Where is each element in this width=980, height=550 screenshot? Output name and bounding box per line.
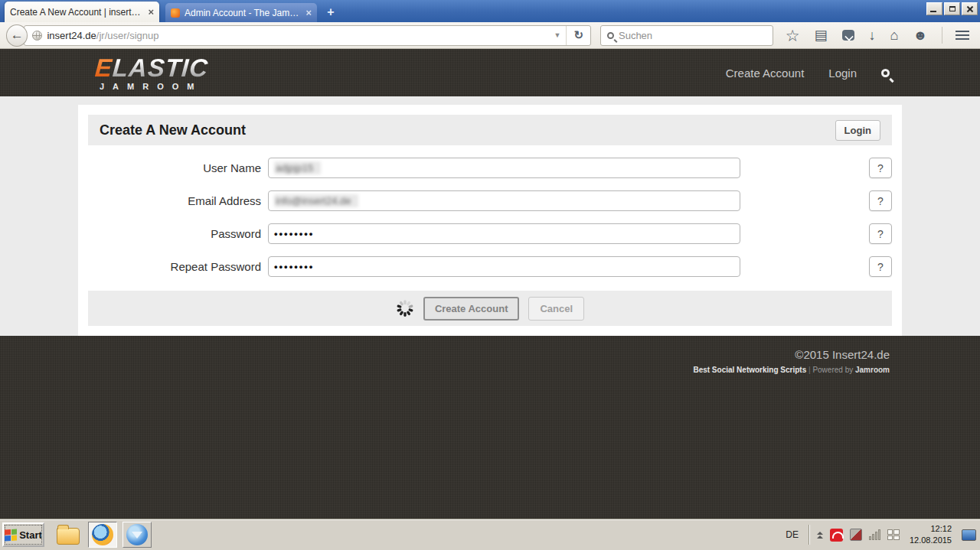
thunderbird-icon: [126, 524, 148, 545]
footer-tagline: Best Social Networking Scripts | Powered…: [0, 366, 890, 374]
get-windows10-icon[interactable]: [887, 529, 900, 540]
tagline-link[interactable]: Best Social Networking Scripts: [693, 366, 806, 374]
divider: [942, 27, 942, 44]
repeat-password-field[interactable]: ••••••••: [268, 256, 740, 277]
system-tray: DE 12:12 12.08.2015: [782, 519, 978, 550]
reading-list-icon[interactable]: ▤: [815, 28, 828, 42]
field-value: ••••••••: [274, 228, 314, 239]
divider: [808, 525, 810, 545]
help-button[interactable]: ?: [869, 256, 892, 277]
tray-app-icon[interactable]: [850, 529, 862, 541]
username-field[interactable]: adjpjp15: [268, 158, 740, 178]
url-domain: insert24.de: [47, 30, 96, 41]
close-icon[interactable]: ×: [305, 7, 312, 18]
bookmark-star-icon[interactable]: ☆: [786, 28, 800, 44]
hello-smiley-icon[interactable]: ☻: [913, 28, 927, 42]
menu-icon[interactable]: [956, 31, 969, 40]
thunderbird-taskbar-button[interactable]: [122, 522, 152, 548]
back-button[interactable]: ←: [6, 24, 28, 47]
help-button[interactable]: ?: [869, 223, 892, 244]
restore-icon: [949, 6, 956, 11]
signup-card: Create A New Account Login User Name adj…: [78, 105, 902, 336]
browser-toolbar: ← insert24.de /jr/user/signup ▼ ↻ ☆ ▤ ↓ …: [0, 22, 980, 49]
url-bar-controls: ▼ ↻: [548, 26, 590, 45]
logo-subtitle: JAMROOM: [95, 83, 208, 91]
field-label: Repeat Password: [88, 260, 268, 273]
url-bar[interactable]: insert24.de /jr/user/signup ▼ ↻: [24, 25, 591, 46]
network-signal-icon[interactable]: [869, 529, 880, 540]
tab-title: Create A New Account | insert24.de: [10, 7, 143, 18]
close-icon[interactable]: ×: [148, 6, 154, 18]
search-icon: [607, 32, 614, 39]
new-tab-button[interactable]: +: [322, 5, 340, 20]
site-search-icon[interactable]: [881, 69, 890, 77]
form-actions: Create Account Cancel: [88, 291, 892, 326]
windows-logo-icon: [5, 529, 17, 541]
password-field[interactable]: ••••••••: [268, 223, 740, 244]
clock-time: 12:12: [910, 523, 952, 535]
nav-create-account[interactable]: Create Account: [726, 67, 805, 80]
help-button[interactable]: ?: [869, 158, 892, 178]
loading-spinner-icon: [396, 299, 414, 317]
minimize-icon: [930, 11, 936, 12]
show-hidden-icons-chevron[interactable]: [817, 532, 823, 539]
start-label: Start: [19, 529, 42, 541]
minimize-button[interactable]: [926, 2, 942, 15]
tray-clock[interactable]: 12:12 12.08.2015: [910, 523, 952, 546]
jamroom-link[interactable]: Jamroom: [855, 366, 890, 374]
field-label: User Name: [88, 161, 268, 174]
toolbar-icons: ☆ ▤ ↓ ⌂ ☻: [786, 28, 928, 44]
page-title: Create A New Account: [100, 122, 246, 138]
avira-antivirus-icon[interactable]: [830, 529, 843, 542]
tab-admin-account[interactable]: Admin Account - The Jamroo... ×: [165, 3, 317, 22]
explorer-shortcut[interactable]: [54, 522, 83, 548]
site-header: ELASTIC JAMROOM Create Account Login: [0, 49, 980, 96]
home-icon[interactable]: ⌂: [890, 28, 899, 42]
elastic-jamroom-logo[interactable]: ELASTIC JAMROOM: [95, 55, 208, 91]
language-indicator[interactable]: DE: [782, 529, 802, 540]
pocket-icon[interactable]: [842, 30, 854, 41]
firefox-taskbar-button[interactable]: [88, 522, 117, 548]
site-nav: Create Account Login: [726, 67, 890, 80]
logo-wordmark: ELASTIC: [94, 55, 209, 80]
field-label: Email Address: [88, 194, 268, 207]
reload-icon[interactable]: ↻: [567, 28, 590, 42]
form-row-email: Email Address info@insert24.de ?: [88, 190, 892, 211]
close-window-button[interactable]: [962, 2, 978, 15]
login-button[interactable]: Login: [835, 120, 880, 141]
show-desktop-button[interactable]: [962, 529, 976, 541]
tab-title: Admin Account - The Jamroo...: [185, 8, 301, 18]
email-field[interactable]: info@insert24.de: [268, 190, 740, 211]
site-footer: ©2015 Insert24.de Best Social Networking…: [0, 336, 980, 519]
tagline-powered: Powered by: [812, 366, 855, 374]
logo-letters: LASTIC: [112, 54, 210, 82]
search-input[interactable]: [619, 30, 773, 41]
window-controls: [926, 2, 978, 15]
nav-login[interactable]: Login: [828, 67, 857, 80]
url-path: /jr/user/signup: [96, 30, 159, 41]
jamroom-favicon-icon: [171, 8, 180, 18]
field-value: ••••••••: [274, 261, 314, 272]
search-box[interactable]: [600, 25, 773, 46]
close-icon: [966, 5, 974, 13]
cancel-button[interactable]: Cancel: [528, 297, 584, 321]
copyright-text: ©2015 Insert24.de: [0, 348, 890, 361]
url-dropdown-icon[interactable]: ▼: [548, 31, 566, 39]
form-row-username: User Name adjpjp15 ?: [88, 158, 892, 178]
screen: Create A New Account | insert24.de × Adm…: [0, 0, 980, 550]
downloads-icon[interactable]: ↓: [869, 28, 876, 42]
field-label: Password: [88, 227, 268, 240]
page-body: Create A New Account Login User Name adj…: [0, 96, 980, 336]
card-header: Create A New Account Login: [88, 115, 892, 145]
create-account-button[interactable]: Create Account: [423, 297, 520, 321]
restore-button[interactable]: [944, 2, 960, 15]
quick-launch: [54, 522, 152, 548]
help-button[interactable]: ?: [869, 190, 892, 211]
logo-letter: E: [94, 54, 114, 82]
tab-create-account[interactable]: Create A New Account | insert24.de ×: [5, 2, 159, 22]
taskbar: Start DE 12:12 12.08.2015: [0, 519, 980, 550]
field-value: info@insert24.de: [274, 194, 358, 207]
start-button[interactable]: Start: [2, 522, 44, 547]
form-row-password: Password •••••••• ?: [88, 223, 892, 244]
site-identity-globe-icon[interactable]: [32, 31, 42, 41]
